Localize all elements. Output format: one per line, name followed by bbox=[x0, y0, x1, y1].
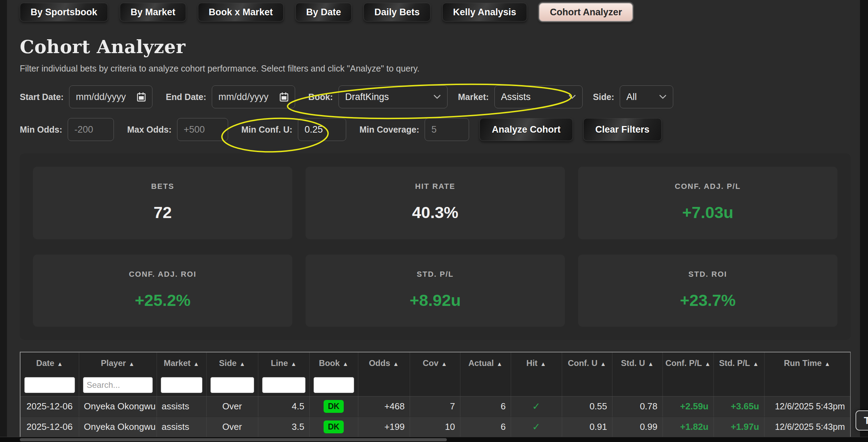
sort-asc-icon[interactable]: ▲ bbox=[648, 361, 654, 367]
sort-asc-icon[interactable]: ▲ bbox=[753, 361, 759, 367]
table-row[interactable]: 2025-12-06 Onyeka Okongwu assists Over 4… bbox=[20, 396, 850, 417]
sort-asc-icon[interactable]: ▲ bbox=[291, 361, 297, 367]
stat-value: +23.7% bbox=[680, 291, 736, 310]
tab-by-market[interactable]: By Market bbox=[120, 3, 186, 22]
book-label: Book: bbox=[308, 92, 333, 102]
book-badge: DK bbox=[324, 400, 343, 413]
cell-actual: 6 bbox=[460, 417, 511, 437]
sort-asc-icon[interactable]: ▲ bbox=[193, 361, 199, 367]
sort-asc-icon[interactable]: ▲ bbox=[825, 361, 831, 367]
player-column-filter[interactable] bbox=[83, 377, 153, 393]
side-column-filter[interactable] bbox=[210, 377, 254, 393]
cell-run-time: 12/6/2025 5:43pm bbox=[764, 417, 850, 437]
column-header-date[interactable]: Date▲ bbox=[20, 352, 79, 374]
min-conf-u-input[interactable] bbox=[298, 118, 346, 141]
column-header-market[interactable]: Market▲ bbox=[157, 352, 206, 374]
tab-cohort-analyzer[interactable]: Cohort Analyzer bbox=[539, 3, 633, 22]
sort-asc-icon[interactable]: ▲ bbox=[57, 361, 63, 367]
book-column-filter[interactable] bbox=[314, 377, 354, 393]
stat-label: STD. ROI bbox=[688, 270, 727, 279]
clear-filters-button[interactable]: Clear Filters bbox=[583, 118, 662, 141]
cell-odds: +468 bbox=[358, 396, 410, 417]
column-header-conf-u[interactable]: Conf. U▲ bbox=[562, 352, 612, 374]
market-column-filter[interactable] bbox=[161, 377, 202, 393]
sort-asc-icon[interactable]: ▲ bbox=[600, 361, 606, 367]
end-date-label: End Date: bbox=[166, 92, 206, 102]
cell-conf-pl: +1.82u bbox=[662, 417, 713, 437]
tab-book-x-market[interactable]: Book x Market bbox=[198, 3, 284, 22]
bets-table: Date▲ Player▲ Market▲ Side▲ Line▲ Book▲ … bbox=[20, 352, 851, 438]
main-content: By Sportsbook By Market Book x Market By… bbox=[20, 0, 851, 438]
horizontal-scrollbar-thumb[interactable] bbox=[20, 438, 447, 441]
column-header-odds[interactable]: Odds▲ bbox=[358, 352, 410, 374]
column-header-hit[interactable]: Hit▲ bbox=[511, 352, 562, 374]
sort-asc-icon[interactable]: ▲ bbox=[239, 361, 245, 367]
column-label: Side bbox=[219, 358, 237, 368]
tab-daily-bets[interactable]: Daily Bets bbox=[364, 3, 431, 22]
tab-by-date[interactable]: By Date bbox=[295, 3, 352, 22]
stat-card-conf-adj-roi: CONF. ADJ. ROI +25.2% bbox=[33, 255, 292, 327]
end-date-field[interactable] bbox=[218, 92, 276, 102]
cell-cov: 10 bbox=[410, 417, 460, 437]
check-icon: ✓ bbox=[532, 401, 540, 412]
sort-asc-icon[interactable]: ▲ bbox=[393, 361, 399, 367]
column-header-side[interactable]: Side▲ bbox=[206, 352, 258, 374]
cell-book: DK bbox=[309, 417, 358, 437]
sort-asc-icon[interactable]: ▲ bbox=[343, 361, 349, 367]
tab-by-sportsbook[interactable]: By Sportsbook bbox=[20, 3, 108, 22]
horizontal-scrollbar[interactable] bbox=[0, 437, 868, 442]
column-label: Player bbox=[101, 358, 126, 368]
side-select-value: All bbox=[626, 92, 637, 102]
column-header-cov[interactable]: Cov▲ bbox=[410, 352, 460, 374]
sort-asc-icon[interactable]: ▲ bbox=[705, 361, 711, 367]
analyze-cohort-button[interactable]: Analyze Cohort bbox=[479, 118, 573, 141]
start-date-field[interactable] bbox=[76, 92, 133, 102]
side-select[interactable]: All bbox=[620, 85, 673, 108]
min-conf-u-field[interactable] bbox=[304, 124, 340, 135]
column-header-std-u[interactable]: Std. U▲ bbox=[612, 352, 662, 374]
page-title: Cohort Analyzer bbox=[20, 36, 851, 57]
vertical-scrollbar[interactable] bbox=[860, 0, 868, 442]
stat-value: +8.92u bbox=[410, 291, 461, 310]
sort-asc-icon[interactable]: ▲ bbox=[441, 361, 447, 367]
cell-player: Onyeka Okongwu bbox=[79, 396, 157, 417]
cell-run-time: 12/6/2025 5:43pm bbox=[764, 396, 850, 417]
min-coverage-input[interactable] bbox=[425, 118, 469, 141]
table-row[interactable]: 2025-12-06 Onyeka Okongwu assists Over 3… bbox=[20, 417, 850, 437]
stat-card-bets: BETS 72 bbox=[33, 167, 292, 239]
min-coverage-label: Min Coverage: bbox=[359, 125, 419, 135]
scroll-top-button[interactable]: T bbox=[856, 410, 868, 431]
min-odds-field[interactable] bbox=[74, 124, 107, 135]
column-header-actual[interactable]: Actual▲ bbox=[460, 352, 511, 374]
column-header-player[interactable]: Player▲ bbox=[79, 352, 157, 374]
column-header-run-time[interactable]: Run Time▲ bbox=[764, 352, 850, 374]
filter-row-odds-actions: Min Odds: Max Odds: Min Conf. U: Min Cov… bbox=[20, 118, 851, 141]
stat-value: 72 bbox=[153, 203, 172, 222]
max-odds-input[interactable] bbox=[177, 118, 228, 141]
column-label: Date bbox=[36, 358, 54, 368]
sort-asc-icon[interactable]: ▲ bbox=[496, 361, 502, 367]
column-header-std-pl[interactable]: Std. P/L▲ bbox=[713, 352, 764, 374]
stat-card-std-pl: STD. P/L +8.92u bbox=[306, 255, 565, 327]
sort-asc-icon[interactable]: ▲ bbox=[129, 361, 135, 367]
market-select[interactable]: Assists bbox=[494, 85, 583, 108]
column-header-conf-pl[interactable]: Conf. P/L▲ bbox=[662, 352, 713, 374]
end-date-input[interactable] bbox=[212, 85, 295, 108]
sort-asc-icon[interactable]: ▲ bbox=[540, 361, 546, 367]
cell-std-u: 0.78 bbox=[612, 396, 662, 417]
date-column-filter[interactable] bbox=[24, 377, 75, 393]
column-header-line[interactable]: Line▲ bbox=[258, 352, 309, 374]
cell-book: DK bbox=[309, 396, 358, 417]
cell-std-pl: +1.97u bbox=[713, 417, 764, 437]
column-header-book[interactable]: Book▲ bbox=[309, 352, 358, 374]
line-column-filter[interactable] bbox=[262, 377, 306, 393]
min-coverage-field[interactable] bbox=[431, 124, 462, 135]
book-select[interactable]: DraftKings bbox=[339, 85, 448, 108]
cell-market: assists bbox=[157, 396, 206, 417]
column-label: Conf. P/L bbox=[665, 358, 702, 368]
chevron-down-icon bbox=[568, 94, 576, 99]
min-odds-input[interactable] bbox=[68, 118, 114, 141]
tab-kelly-analysis[interactable]: Kelly Analysis bbox=[442, 3, 527, 22]
max-odds-field[interactable] bbox=[184, 124, 222, 135]
start-date-input[interactable] bbox=[69, 85, 152, 108]
